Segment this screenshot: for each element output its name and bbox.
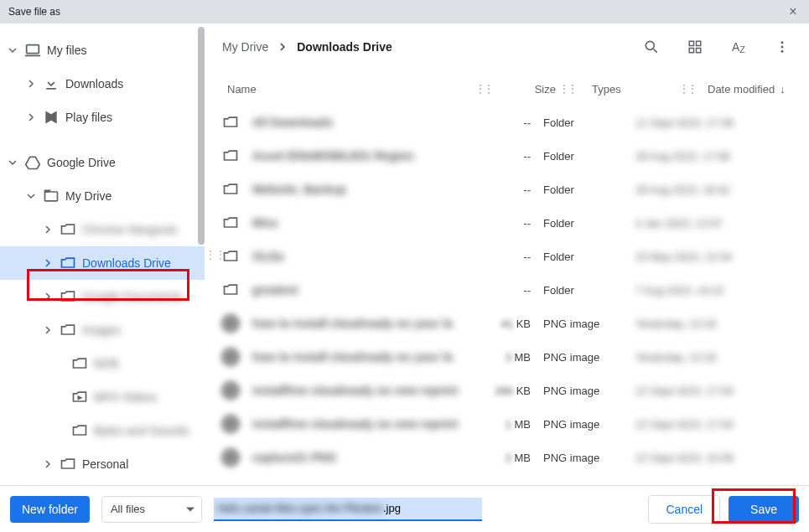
dialog-content: My files Downloads Play files Google Dri…: [0, 23, 809, 485]
chevron-right-icon: [42, 324, 54, 336]
file-type: Folder: [531, 217, 627, 230]
chevron-down-icon: [7, 44, 18, 56]
svg-rect-5: [689, 49, 693, 53]
file-row[interactable]: capture21 PNG2 MBPNG image22 Sept 2023, …: [212, 441, 802, 474]
sidebar: My files Downloads Play files Google Dri…: [0, 23, 205, 485]
file-size: 41 KB: [470, 318, 531, 330]
chevron-right-icon: [25, 111, 37, 123]
sidebar-item-play-files[interactable]: Play files: [0, 101, 205, 134]
save-button[interactable]: Save: [729, 496, 799, 523]
sidebar-item-label: My Drive: [65, 189, 111, 203]
sidebar-item-folder[interactable]: MP4 Videos: [0, 380, 205, 414]
file-date: 7 Aug 2023, 14:22: [627, 284, 794, 297]
file-type-filter[interactable]: All files: [101, 496, 202, 523]
pane-drag-handle[interactable]: ⋮⋮: [205, 248, 225, 261]
breadcrumb-current[interactable]: Downloads Drive: [297, 40, 392, 54]
file-size: --: [470, 251, 531, 263]
file-type: Folder: [531, 284, 627, 297]
image-thumbnail: [220, 447, 241, 467]
image-thumbnail: [220, 347, 241, 367]
chevron-right-icon: [42, 224, 54, 235]
folder-row[interactable]: Misc--Folder4 Jan 2023, 13:07: [212, 206, 802, 240]
file-size: --: [470, 217, 531, 230]
breadcrumb-root[interactable]: My Drive: [222, 40, 268, 54]
grid-view-icon[interactable]: [685, 37, 705, 57]
file-row[interactable]: installfree cloudready on new reprint1 M…: [212, 407, 802, 441]
folder-icon: [70, 421, 89, 440]
new-folder-button[interactable]: New folder: [10, 496, 90, 523]
file-list: Name ⋮⋮ Size ⋮⋮ Types ⋮⋮ Date modified ↓…: [205, 64, 809, 485]
sidebar-item-folder[interactable]: MZB: [0, 347, 205, 380]
folder-icon: [70, 354, 89, 373]
file-row[interactable]: how to install cloudready on your la41 K…: [212, 307, 802, 340]
image-thumbnail: [220, 414, 241, 434]
filename-input[interactable]: hello cariah-files-spec the Pfestion .jp…: [214, 498, 482, 521]
toolbar: AZ: [641, 37, 792, 57]
cancel-button[interactable]: Cancel: [648, 495, 720, 524]
sidebar-item-folder[interactable]: Google Documents: [0, 280, 205, 313]
sidebar-item-label: Personal: [82, 457, 128, 471]
file-name: OLDa: [252, 250, 470, 263]
sidebar-item-folder[interactable]: Images: [0, 313, 205, 347]
sort-az-icon[interactable]: AZ: [729, 37, 749, 57]
folder-row[interactable]: Asset EliteMOBILE01 Region--Folder28 Aug…: [212, 139, 802, 173]
file-name: greatest: [252, 283, 470, 297]
close-icon[interactable]: ×: [786, 4, 801, 19]
file-type: Folder: [531, 150, 627, 163]
file-date: 28 Aug 2023, 16:42: [627, 183, 794, 196]
file-size: 3 MB: [470, 351, 531, 364]
sidebar-item-label: MZB: [94, 357, 119, 370]
svg-rect-1: [45, 192, 58, 201]
column-resize-handle[interactable]: ⋮⋮: [676, 83, 699, 95]
sidebar-item-folder[interactable]: Bytes and Sounds: [0, 414, 205, 447]
file-name: Misc: [252, 216, 470, 230]
folder-row[interactable]: OLDa--Folder23 May 2023, 13:34: [212, 240, 802, 273]
chevron-right-icon: [25, 78, 37, 90]
file-date: 22 Sept 2023, 15:58: [627, 452, 794, 464]
folder-row[interactable]: Website_Backup--Folder28 Aug 2023, 16:42: [212, 173, 802, 206]
file-type: PNG image: [531, 351, 627, 364]
column-name[interactable]: Name: [220, 83, 472, 96]
column-resize-handle[interactable]: ⋮⋮: [556, 83, 579, 95]
sidebar-item-my-drive[interactable]: My Drive: [0, 179, 205, 213]
search-icon[interactable]: [641, 37, 661, 57]
file-date: 28 Aug 2023, 17:08: [627, 150, 794, 163]
column-type[interactable]: Types: [579, 83, 676, 96]
sidebar-item-folder[interactable]: Chrome Hangouts: [0, 213, 205, 246]
image-thumbnail: [220, 380, 241, 400]
sidebar-item-google-drive[interactable]: Google Drive: [0, 146, 205, 179]
sidebar-item-downloads[interactable]: Downloads: [0, 67, 205, 101]
breadcrumb: My Drive Downloads Drive: [222, 40, 392, 54]
sidebar-item-downloads-drive[interactable]: Downloads Drive: [0, 246, 205, 280]
main-header: My Drive Downloads Drive AZ: [205, 23, 809, 64]
column-size[interactable]: Size: [495, 83, 556, 96]
file-date: 22 Sept 2023, 17:04: [627, 418, 794, 431]
download-icon: [42, 75, 60, 93]
sidebar-item-personal[interactable]: Personal: [0, 447, 205, 481]
more-icon[interactable]: [772, 37, 792, 57]
sidebar-item-label: Downloads: [65, 77, 123, 90]
svg-point-8: [781, 46, 784, 49]
drive-icon: [23, 153, 42, 172]
chevron-down-icon: [25, 190, 37, 202]
play-icon: [42, 108, 60, 127]
sort-desc-icon: ↓: [780, 83, 786, 96]
folder-icon: [59, 254, 77, 272]
sidebar-scrollbar[interactable]: [198, 27, 205, 245]
column-resize-handle[interactable]: ⋮⋮: [472, 83, 495, 95]
file-date: 22 Sept 2023, 17:04: [627, 385, 794, 397]
file-name: installfree cloudready on new reprint: [252, 384, 470, 397]
file-row[interactable]: how to install cloudready on your la3 MB…: [212, 340, 802, 374]
sidebar-item-label: Images: [82, 323, 121, 337]
column-date[interactable]: Date modified ↓: [699, 83, 794, 96]
file-type: Folder: [531, 183, 627, 196]
folder-row[interactable]: All Downloads--Folder11 Sept 2023, 17:38: [212, 106, 802, 139]
file-date: Yesterday, 13:16: [627, 351, 794, 364]
file-row[interactable]: installfree cloudready on new reprint260…: [212, 374, 802, 407]
sidebar-item-my-files[interactable]: My files: [0, 34, 205, 67]
file-date: 11 Sept 2023, 17:38: [627, 116, 794, 129]
svg-rect-4: [697, 41, 701, 45]
folder-icon: [59, 220, 77, 239]
folder-row[interactable]: greatest--Folder7 Aug 2023, 14:22: [212, 273, 802, 307]
file-size: --: [470, 284, 531, 297]
